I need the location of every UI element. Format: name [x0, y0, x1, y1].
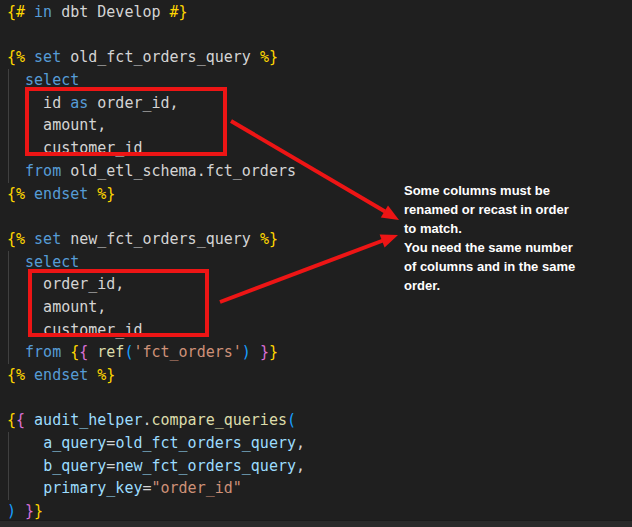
code-line[interactable]: {% set old_fct_orders_query %} — [7, 46, 632, 69]
code-token — [88, 343, 97, 361]
indent-guide — [8, 319, 9, 342]
code-line[interactable]: amount, — [7, 114, 632, 137]
horizontal-scrollbar-track[interactable] — [0, 520, 632, 527]
code-token: endset — [34, 366, 88, 384]
code-token — [7, 71, 25, 89]
note-line: to match. — [404, 219, 575, 238]
code-token: { — [79, 343, 88, 361]
code-token — [7, 343, 25, 361]
code-line[interactable]: customer_id — [7, 137, 632, 160]
code-token — [7, 253, 25, 271]
code-token: old_fct_orders_query — [61, 48, 260, 66]
code-token: from — [25, 162, 61, 180]
code-token: , — [296, 457, 305, 475]
code-token: order_id, — [7, 275, 124, 293]
code-token: from — [25, 343, 61, 361]
code-token: select — [25, 71, 79, 89]
code-token: audit_helper — [34, 411, 142, 429]
code-token: set — [34, 230, 61, 248]
code-line[interactable]: primary_key="order_id" — [7, 477, 632, 500]
code-line[interactable]: id as order_id, — [7, 92, 632, 115]
code-token: } — [269, 343, 278, 361]
code-token — [25, 411, 34, 429]
code-token: {% — [7, 230, 34, 248]
indent-guide — [8, 69, 9, 92]
code-token: {% — [7, 185, 34, 203]
code-token: {% — [7, 48, 34, 66]
indent-guide — [8, 477, 9, 500]
code-line[interactable]: from old_etl_schema.fct_orders — [7, 160, 632, 183]
code-token: a_query — [43, 434, 106, 452]
code-line[interactable]: customer_id — [7, 319, 632, 342]
code-line[interactable]: {{ audit_helper.compare_queries( — [7, 409, 632, 432]
code-line[interactable]: select — [7, 69, 632, 92]
code-token: b_query — [43, 457, 106, 475]
code-token — [16, 502, 25, 520]
code-token: ( — [287, 411, 296, 429]
code-token: {% — [7, 366, 34, 384]
code-line[interactable] — [7, 387, 632, 410]
code-token: { — [16, 411, 25, 429]
code-token: { — [7, 411, 16, 429]
code-token: = — [142, 479, 151, 497]
note-line: renamed or recast in order — [404, 200, 575, 219]
code-token — [88, 185, 97, 203]
code-line[interactable]: {% endset %} — [7, 364, 632, 387]
code-token — [7, 434, 43, 452]
code-token: {# — [7, 3, 34, 21]
indent-guide — [8, 251, 9, 274]
annotation-note: Some columns must be renamed or recast i… — [404, 181, 575, 295]
indent-guide — [8, 455, 9, 478]
code-token: %} — [260, 48, 278, 66]
code-token: customer_id — [7, 321, 142, 339]
note-line: You need the same number — [404, 238, 575, 257]
code-line[interactable]: from {{ ref('fct_orders') }} — [7, 341, 632, 364]
code-line[interactable]: amount, — [7, 296, 632, 319]
code-token: %} — [260, 230, 278, 248]
code-line[interactable]: a_query=old_fct_orders_query, — [7, 432, 632, 455]
indent-guide — [8, 92, 9, 115]
indent-guide — [8, 137, 9, 160]
indent-guide — [8, 432, 9, 455]
code-line[interactable]: {# in dbt Develop #} — [7, 1, 632, 24]
code-token — [88, 366, 97, 384]
code-token — [251, 343, 260, 361]
indent-guide — [8, 341, 9, 364]
code-line[interactable] — [7, 24, 632, 47]
code-token: #} — [170, 3, 188, 21]
code-token: . — [142, 411, 151, 429]
code-token: order_id, — [88, 94, 178, 112]
code-token: old_etl_schema.fct_orders — [61, 162, 296, 180]
code-token: "order_id" — [152, 479, 242, 497]
note-line: of columns and in the same — [404, 257, 575, 276]
code-token: old_fct_orders_query — [115, 434, 296, 452]
code-token: select — [25, 253, 79, 271]
code-token: 'fct_orders' — [133, 343, 241, 361]
code-token: %} — [97, 185, 115, 203]
code-token: } — [25, 502, 34, 520]
code-token: new_fct_orders_query — [115, 457, 296, 475]
code-token: compare_queries — [152, 411, 287, 429]
code-token: amount, — [7, 298, 106, 316]
code-token: ) — [242, 343, 251, 361]
code-token: in — [34, 3, 52, 21]
code-token: as — [70, 94, 88, 112]
code-token: } — [260, 343, 269, 361]
code-token: amount, — [7, 116, 106, 134]
indent-guide — [8, 160, 9, 183]
code-token: set — [34, 48, 61, 66]
note-line: order. — [404, 276, 575, 295]
code-token: } — [34, 502, 43, 520]
code-token: new_fct_orders_query — [61, 230, 260, 248]
code-token — [7, 479, 43, 497]
code-token: primary_key — [43, 479, 142, 497]
indent-guide — [8, 273, 9, 296]
code-token: endset — [34, 185, 88, 203]
code-token: id — [7, 94, 70, 112]
code-token: ref — [97, 343, 124, 361]
code-token: , — [296, 434, 305, 452]
code-token: customer_id — [7, 139, 142, 157]
code-line[interactable]: b_query=new_fct_orders_query, — [7, 455, 632, 478]
code-token — [7, 457, 43, 475]
note-line: Some columns must be — [404, 181, 575, 200]
